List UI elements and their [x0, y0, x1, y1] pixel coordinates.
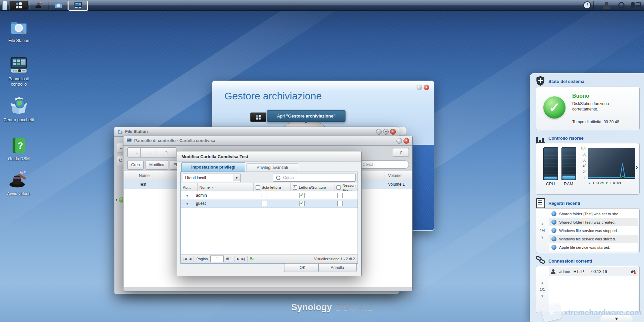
connections-page-up[interactable]: ▲ — [541, 281, 544, 285]
col-name-label: Nome — [200, 185, 210, 189]
logs-page-up[interactable]: ▲ — [541, 222, 544, 226]
taskbar-search-button[interactable] — [618, 0, 625, 10]
user-name: guest — [194, 201, 247, 206]
resource-detail-chevron[interactable]: › — [636, 163, 638, 172]
cancel-button[interactable]: Annulla — [318, 263, 357, 272]
search-icon — [276, 176, 280, 180]
user-menu-button[interactable] — [604, 0, 609, 10]
user-row-admin[interactable]: ● admin — [181, 191, 358, 200]
admin-no-access-checkbox[interactable] — [337, 193, 343, 198]
guest-no-access-checkbox[interactable] — [337, 201, 343, 206]
page-first-button[interactable]: |◀ — [183, 257, 186, 261]
minimize-button[interactable]: – — [396, 138, 402, 144]
dialog-tabs: Impostazione privilegi Privilegi avanzat… — [181, 163, 357, 172]
cp-home-button[interactable]: ⌂ — [156, 147, 176, 157]
close-button[interactable]: × — [390, 129, 396, 135]
cp-row-volume: Volume 1 — [388, 182, 405, 187]
connections-icon — [536, 256, 546, 266]
cp-create-button[interactable]: Crea — [127, 160, 144, 170]
storage-manager-taskbar-button[interactable] — [68, 1, 88, 11]
col-read-write-label: Lettura/Scrittura — [299, 185, 326, 189]
desktop-icon-file-station[interactable]: File Station — [3, 19, 35, 44]
guest-read-only-checkbox[interactable] — [262, 201, 267, 206]
dialog-search-input[interactable] — [282, 175, 353, 180]
ok-button[interactable]: OK — [284, 263, 321, 272]
show-desktop-button[interactable] — [2, 1, 7, 10]
quick-launch-taskbar-button[interactable] — [30, 1, 48, 10]
panel-collapse-tab[interactable]: ▾ — [601, 315, 632, 322]
col-name[interactable]: Nome ▲ — [197, 183, 253, 191]
refresh-icon[interactable]: ↻ — [250, 256, 254, 262]
col-read-write[interactable]: Lettura/Scrittura — [290, 183, 334, 191]
file-station-title: File Station — [125, 129, 148, 134]
logs-page-indicator: 1/4 — [540, 229, 545, 233]
user-type-select[interactable]: Utenti locali ▾ — [183, 174, 240, 182]
user-icon — [551, 269, 556, 274]
info-icon: i — [551, 228, 556, 233]
recent-logs-icon — [536, 198, 545, 208]
main-menu-button[interactable] — [9, 1, 28, 10]
read-only-header-checkbox[interactable] — [256, 185, 260, 190]
ram-meter — [561, 147, 576, 180]
cp-modify-button[interactable]: Modifica — [146, 160, 168, 170]
page-prev-button[interactable]: ◀ — [189, 257, 191, 261]
file-station-taskbar-button[interactable] — [49, 1, 68, 10]
widgets-icon — [631, 2, 640, 9]
close-button[interactable]: × — [404, 138, 409, 144]
col-no-access[interactable]: Nessun acc... — [334, 183, 358, 191]
network-chart — [588, 148, 635, 179]
desktop-icon-package-center[interactable]: Centro pacchetti — [3, 97, 35, 123]
dialog-search-box[interactable] — [273, 174, 356, 182]
taskbar-info-area: i — [583, 0, 591, 10]
user-type-value: Utenti locali — [183, 176, 206, 180]
page-last-button[interactable]: ▶| — [241, 257, 245, 261]
connections-page-down[interactable]: ▼ — [541, 294, 544, 298]
connections-pager: ▲ 1/1 ▼ — [536, 266, 549, 313]
desktop-icon-control-panel[interactable]: Pannello di controllo — [3, 56, 35, 87]
recent-logs-card: ▲ 1/4 ▼ iShared folder [Test] was set to… — [536, 208, 640, 253]
ram-label: RAM — [561, 182, 576, 186]
cp-row-name: Test — [139, 182, 146, 187]
cp-col-name: Nome — [139, 173, 150, 178]
tab-advanced-privileges[interactable]: Privilegi avanzati — [247, 163, 298, 172]
dsm-help-icon: ? — [10, 137, 27, 155]
cp-search-input[interactable] — [362, 162, 406, 167]
guest-read-write-checkbox[interactable] — [299, 201, 305, 206]
col-add[interactable]: Ag... — [181, 183, 197, 191]
file-station-window-buttons: – + × — [376, 129, 396, 135]
control-panel-titlebar[interactable]: Pannello di controllo - Cartella condivi… — [123, 136, 412, 146]
desktop-icon-dsm-help[interactable]: ? Guida DSM — [3, 137, 35, 162]
admin-read-write-checkbox[interactable] — [299, 193, 305, 198]
sort-asc-icon: ▲ — [211, 186, 214, 189]
minimize-button[interactable]: – — [376, 129, 382, 135]
page-number-input[interactable] — [210, 256, 224, 262]
dialog-titlebar[interactable]: Modifica Cartella Condivisa Test — [177, 151, 361, 162]
dialog-title: Modifica Cartella Condivisa Test — [181, 154, 248, 159]
read-write-header-checkbox[interactable] — [293, 185, 297, 190]
log-entry: iShared folder [Test] was set to sho... — [549, 210, 638, 218]
minimize-button[interactable]: – — [417, 85, 422, 90]
connections-empty-area — [549, 276, 638, 311]
info-icon[interactable]: i — [583, 1, 591, 9]
search-icon — [618, 2, 625, 8]
taskbar: i — [0, 0, 644, 11]
logs-page-down[interactable]: ▼ — [541, 235, 544, 239]
cp-help-button[interactable]: ? — [393, 148, 409, 157]
file-station-titlebar[interactable]: File Station – + × — [114, 127, 399, 137]
desktop-icon-quick-start[interactable]: Avvio veloce — [3, 171, 35, 197]
open-storage-manager-button[interactable]: Apri "Gestore archiviazione" — [267, 110, 345, 122]
user-name: admin — [194, 193, 247, 198]
maximize-button[interactable]: + — [383, 129, 389, 135]
admin-read-only-checkbox[interactable] — [262, 193, 267, 198]
col-read-only[interactable]: Sola lettura — [253, 183, 290, 191]
dsm-branding: Synology DSM 4.1 — [291, 302, 373, 313]
disconnect-icon[interactable] — [630, 269, 636, 274]
tab-privilege-setup[interactable]: Impostazione privilegi — [181, 162, 245, 172]
connections-title: Connessioni correnti — [548, 259, 592, 264]
pilot-view-button[interactable] — [631, 0, 640, 10]
connection-row[interactable]: admin HTTP 00:13:16 — [549, 267, 638, 276]
close-button[interactable]: × — [424, 85, 429, 90]
user-row-guest[interactable]: ● guest — [181, 199, 358, 208]
page-next-button[interactable]: ▶ — [237, 257, 239, 261]
no-access-header-checkbox[interactable] — [336, 185, 341, 190]
